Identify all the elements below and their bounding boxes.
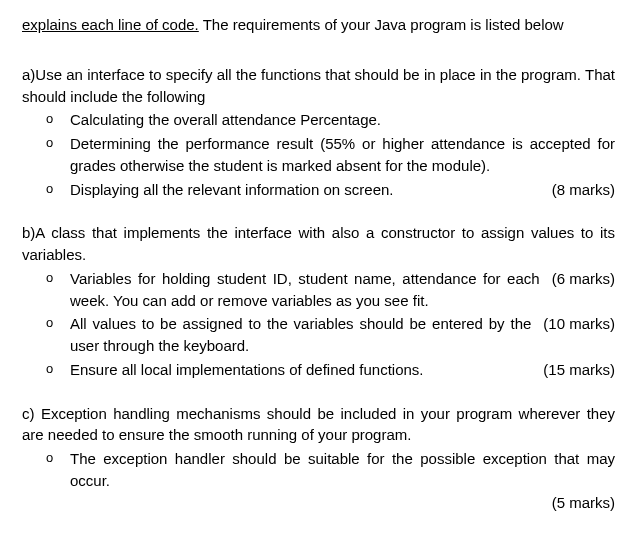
list-item: o Determining the performance result (55… [46,133,615,177]
section-c-text: Exception handling mechanisms should be … [22,405,615,444]
bullet-text: Variables for holding student ID, studen… [70,268,540,312]
bullet-icon: o [46,313,70,334]
bullet-icon: o [46,179,70,200]
bullet-icon: o [46,133,70,154]
list-item: o Variables for holding student ID, stud… [46,268,615,312]
bullet-line: Ensure all local implementations of defi… [70,359,615,381]
bullet-icon: o [46,448,70,469]
section-a-label: a) [22,66,35,83]
section-a-head: a)Use an interface to specify all the fu… [22,64,615,108]
list-item: o Ensure all local implementations of de… [46,359,615,381]
bullet-text: Ensure all local implementations of defi… [70,359,531,381]
marks-label: (15 marks) [543,359,615,381]
section-d: d)A class hosting the main method and cr… [22,535,615,540]
marks-label: (5 marks) [70,492,615,514]
bullet-text: All values to be assigned to the variabl… [70,313,531,357]
intro-text: explains each line of code. The requirem… [22,14,615,36]
section-a-text: Use an interface to specify all the func… [22,66,615,105]
list-item: o The exception handler should be suitab… [46,448,615,492]
marks-label: (6 marks) [552,268,615,290]
bullet-body: Variables for holding student ID, studen… [70,268,615,312]
bullet-line: Displaying all the relevant information … [70,179,615,201]
bullet-text: The exception handler should be suitable… [70,448,615,492]
intro-underlined: explains each line of code. [22,16,199,33]
bullet-body: All values to be assigned to the variabl… [70,313,615,357]
bullet-text: Displaying all the relevant information … [70,179,540,201]
list-item: o Calculating the overall attendance Per… [46,109,615,131]
section-b-text: A class that implements the interface wi… [22,224,615,263]
section-c: c) Exception handling mechanisms should … [22,403,615,514]
section-b-label: b) [22,224,35,241]
bullet-icon: o [46,109,70,130]
bullet-icon: o [46,268,70,289]
section-c-label: c) [22,405,35,422]
section-c-head: c) Exception handling mechanisms should … [22,403,615,447]
bullet-text: Calculating the overall attendance Perce… [70,109,615,131]
intro-rest: The requirements of your Java program is… [199,16,564,33]
marks-label: (10 marks) [543,313,615,335]
bullet-icon: o [46,359,70,380]
section-d-head: d)A class hosting the main method and cr… [22,535,615,540]
section-b: b)A class that implements the interface … [22,222,615,380]
section-a: a)Use an interface to specify all the fu… [22,64,615,201]
bullet-text: Determining the performance result (55% … [70,133,615,177]
list-item: o All values to be assigned to the varia… [46,313,615,357]
section-b-head: b)A class that implements the interface … [22,222,615,266]
marks-label: (8 marks) [552,179,615,201]
list-item: o Displaying all the relevant informatio… [46,179,615,201]
